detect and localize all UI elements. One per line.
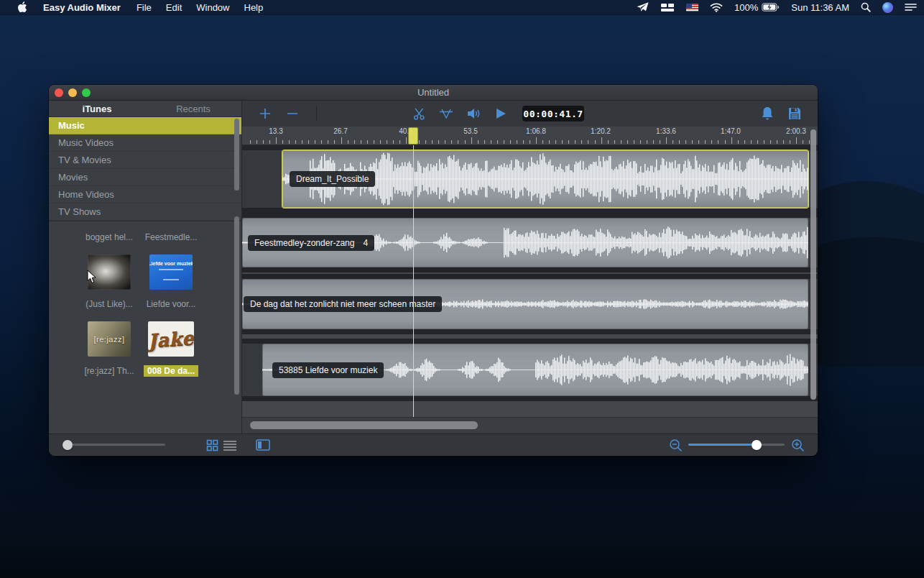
sidebar-item-home-videos[interactable]: Home Videos <box>49 186 241 203</box>
clip-de-dag[interactable]: De dag dat het zonlicht niet meer scheen… <box>242 279 808 329</box>
media-item-label[interactable]: Feestmedle... <box>145 232 198 242</box>
notification-center-icon[interactable] <box>905 3 917 12</box>
clip-label: Feestmedley-zonder-zang 4 <box>248 235 374 251</box>
desktop: Easy Audio Mixer File Edit Window Help 1… <box>0 0 924 578</box>
grid-view-button[interactable] <box>206 434 218 456</box>
ruler-tick-label: 26.7 <box>333 127 347 135</box>
sidebar-list-scrollbar[interactable] <box>234 119 239 191</box>
close-window-button[interactable] <box>55 88 63 97</box>
menu-edit[interactable]: Edit <box>159 0 189 14</box>
zoom-window-button[interactable] <box>82 88 91 97</box>
timecode-display: 00:00:41.7 <box>522 106 584 121</box>
ruler-tick-label: 1:33.6 <box>656 127 676 135</box>
menu-file[interactable]: File <box>129 0 159 14</box>
thumbnail-size-slider-thumb[interactable] <box>63 440 73 450</box>
sidebar-item-tv-and-movies[interactable]: TV & Movies <box>49 152 241 169</box>
media-sidebar: iTunes Recents Music Music Videos TV & M… <box>49 101 242 434</box>
save-button[interactable] <box>785 101 805 127</box>
album-art-title: Jake <box>148 326 194 351</box>
media-item-label[interactable]: Liefde voor... <box>147 299 196 309</box>
battery-status[interactable]: 100% <box>734 2 780 13</box>
album-art-detail <box>159 269 183 270</box>
input-source-flag-icon[interactable] <box>686 4 698 12</box>
menu-window[interactable]: Window <box>189 0 236 14</box>
tab-recents[interactable]: Recents <box>145 104 241 114</box>
playhead-line[interactable] <box>413 145 414 417</box>
traffic-lights <box>55 85 91 101</box>
media-item-label[interactable]: (Just Like)... <box>86 299 132 309</box>
album-art-liefde-voor-muziek[interactable]: Liefde voor muziek <box>149 254 193 290</box>
zoom-out-button[interactable] <box>669 434 683 456</box>
clip-feestmedley[interactable]: Feestmedley-zonder-zang 4 <box>242 218 808 267</box>
sidebar-item-music-videos[interactable]: Music Videos <box>49 134 241 152</box>
ruler-tick-label: 2:00.3 <box>786 127 806 135</box>
timeline-zoom-slider-fill <box>688 444 757 446</box>
menu-bar-left: Easy Audio Mixer File Edit Window Help <box>0 0 270 14</box>
play-button[interactable] <box>491 101 510 127</box>
playhead-marker[interactable] <box>408 127 418 144</box>
media-item-label[interactable]: bogget hel... <box>86 232 133 242</box>
tab-itunes[interactable]: iTunes <box>49 104 145 114</box>
sidebar-item-movies[interactable]: Movies <box>49 169 241 186</box>
album-art-title: Liefde voor muziek <box>149 261 193 266</box>
track-lane-2: Feestmedley-zonder-zang 4 <box>242 213 818 272</box>
thumbnail-size-slider[interactable] <box>63 444 165 446</box>
clip-title: De dag dat het zonlicht niet meer scheen… <box>250 299 435 309</box>
album-art-just-like[interactable] <box>88 254 131 290</box>
list-view-button[interactable] <box>223 434 237 456</box>
battery-percent-label: 100% <box>734 2 758 13</box>
toggle-sidebar-button[interactable] <box>256 434 270 456</box>
timeline-area: 00:00:41.7 13.3 26.7 40.1 53.5 1:06.8 1:… <box>242 101 818 434</box>
clip-dream-it-possible[interactable]: Dream_It_Possible <box>282 150 808 208</box>
app-window: Untitled iTunes Recents Music Music Vide… <box>49 85 818 456</box>
add-track-button[interactable] <box>256 101 274 127</box>
fade-tool-button[interactable] <box>437 101 456 127</box>
cut-button[interactable] <box>410 101 429 127</box>
clip-label: De dag dat het zonlicht niet meer scheen… <box>244 296 442 312</box>
wallpaper-water <box>0 470 924 578</box>
timeline-ruler[interactable]: 13.3 26.7 40.1 53.5 1:06.8 1:20.2 1:33.6… <box>242 127 818 145</box>
menu-clock[interactable]: Sun 11:36 AM <box>791 2 849 13</box>
apple-menu[interactable] <box>10 0 34 14</box>
tracks-viewport: Dream_It_Possible Feestmedley-zonder-zan… <box>242 145 818 417</box>
wifi-icon[interactable] <box>710 3 723 12</box>
volume-button[interactable] <box>464 101 483 127</box>
ruler-tick-label: 1:47.0 <box>721 127 741 135</box>
media-browser-scrollbar[interactable] <box>234 216 239 395</box>
sidebar-item-music[interactable]: Music <box>49 117 241 134</box>
apple-logo <box>17 1 27 13</box>
spotlight-search-icon[interactable] <box>861 2 871 12</box>
clip-badge: 4 <box>363 238 368 248</box>
clip-title: Feestmedley-zonder-zang <box>254 238 354 248</box>
minimize-window-button[interactable] <box>68 88 77 97</box>
album-art-detail <box>163 279 179 280</box>
media-item-label[interactable]: [re:jazz] Th... <box>84 366 134 376</box>
menu-bar: Easy Audio Mixer File Edit Window Help 1… <box>0 0 924 15</box>
clip-title: 53885 Liefde voor muziek <box>279 365 377 375</box>
window-tiles-icon[interactable] <box>660 3 675 12</box>
media-item-label-selected[interactable]: 008 De da... <box>144 365 198 377</box>
track-lane-3: De dag dat het zonlicht niet meer scheen… <box>242 274 818 334</box>
siri-icon[interactable] <box>882 2 893 13</box>
vertical-scrollbar[interactable] <box>810 129 816 400</box>
bottom-bar <box>49 434 818 455</box>
remove-track-button[interactable] <box>283 101 302 127</box>
sidebar-item-tv-shows[interactable]: TV Shows <box>49 203 241 221</box>
timeline-zoom-slider-thumb[interactable] <box>752 440 762 450</box>
alert-bell-button[interactable] <box>758 101 777 127</box>
zoom-in-button[interactable] <box>791 434 805 456</box>
album-art-title: [re:jazz] <box>93 335 124 344</box>
window-title: Untitled <box>417 87 449 98</box>
ruler-tick-label: 1:20.2 <box>591 127 611 135</box>
menu-help[interactable]: Help <box>237 0 271 14</box>
album-art-rejazz[interactable]: [re:jazz] <box>88 321 131 357</box>
clip-53885-liefde[interactable]: 53885 Liefde voor muziek <box>262 344 808 396</box>
menu-app-name[interactable]: Easy Audio Mixer <box>34 0 129 14</box>
horizontal-scrollbar[interactable] <box>250 421 478 429</box>
album-art-jake[interactable]: Jake <box>148 321 194 357</box>
window-titlebar[interactable]: Untitled <box>49 85 818 101</box>
send-status-icon[interactable] <box>637 2 649 12</box>
sidebar-tabs: iTunes Recents <box>49 101 241 117</box>
media-browser: bogget hel... Feestmedle... Liefde voor … <box>49 221 241 434</box>
window-content: iTunes Recents Music Music Videos TV & M… <box>49 101 818 434</box>
